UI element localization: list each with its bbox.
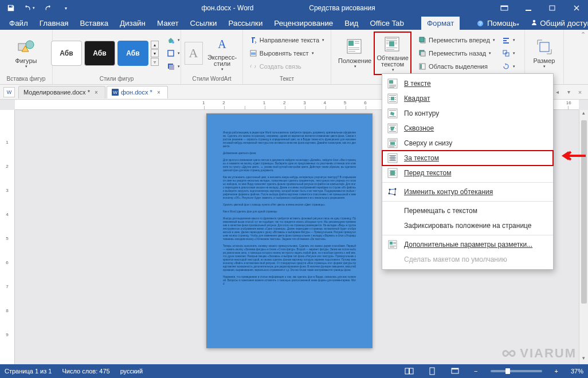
scroll-up-button[interactable]: ▴ xyxy=(582,110,585,119)
shape-outline-button[interactable]: ▾ xyxy=(164,47,182,60)
shape-effects-button[interactable]: ▾ xyxy=(164,60,182,73)
blank-icon-2 xyxy=(387,254,398,265)
tab-view[interactable]: Вид xyxy=(339,17,364,30)
menu-item-through[interactable]: Сквозное xyxy=(382,121,553,136)
qat-customize-button[interactable]: ▾ xyxy=(58,2,73,14)
shape-style-2[interactable]: Абв xyxy=(84,41,115,66)
menu-item-square[interactable]: Квадрат xyxy=(382,91,553,106)
rotate-button[interactable]: ▾ xyxy=(500,60,518,73)
document-tab-2[interactable]: W фон.docx * × xyxy=(107,86,168,99)
tab-format[interactable]: Формат xyxy=(421,17,460,30)
zoom-slider[interactable] xyxy=(491,370,542,372)
wordart-quick-styles-button[interactable]: A Экспресс-стили▾ xyxy=(205,33,240,73)
zoom-out-button[interactable]: − xyxy=(472,368,480,375)
svg-point-90 xyxy=(389,193,390,195)
menu-item-fix-position[interactable]: Зафиксировать положение на странице xyxy=(382,218,553,233)
gallery-scroll-down[interactable]: ▾ xyxy=(151,49,159,57)
svg-rect-20 xyxy=(348,48,359,48)
svg-rect-44 xyxy=(540,42,549,52)
view-web-button[interactable] xyxy=(449,366,461,376)
title-bar: ▾ ▾ фон.docx - Word Средства рисования xyxy=(0,0,588,16)
view-print-button[interactable] xyxy=(426,366,438,376)
zoom-value[interactable]: 37% xyxy=(571,368,583,375)
tab-references[interactable]: Ссылки xyxy=(185,17,223,30)
size-button[interactable]: Размер▾ xyxy=(528,33,561,73)
tab-mailings[interactable]: Рассылки xyxy=(223,17,269,30)
svg-rect-84 xyxy=(389,175,396,176)
tab-home[interactable]: Главная xyxy=(34,17,75,30)
menu-item-move-with-text[interactable]: Перемещать с текстом xyxy=(382,203,553,218)
menu-item-tight[interactable]: По контуру xyxy=(382,106,553,121)
view-read-button[interactable] xyxy=(403,366,415,376)
svg-rect-22 xyxy=(348,51,355,52)
tab-design[interactable]: Дизайн xyxy=(114,17,151,30)
shapes-gallery-button[interactable]: Фигуры▾ xyxy=(10,33,43,73)
vertical-ruler[interactable]: 123456789 xyxy=(0,110,15,364)
page[interactable]: Иногда работающему в редакторе Word поль… xyxy=(206,113,373,348)
doc-tab-1-close[interactable]: × xyxy=(92,88,100,96)
svg-rect-70 xyxy=(389,140,396,140)
minimize-button[interactable] xyxy=(517,0,540,16)
menu-item-topbottom[interactable]: Сверху и снизу xyxy=(382,136,553,151)
tab-help[interactable]: ? Помощь▾ xyxy=(471,17,525,30)
shape-styles-gallery[interactable]: Абв Абв Абв ▴ ▾ ▿ xyxy=(51,41,159,66)
scroll-down-button[interactable]: ▾ xyxy=(582,355,585,364)
shape-style-3[interactable]: Абв xyxy=(117,41,148,66)
wordart-sample[interactable]: A xyxy=(185,42,203,65)
bring-forward-button[interactable]: Переместить вперед▾ xyxy=(416,34,497,46)
group-text-label: Текст xyxy=(280,76,294,83)
redo-button[interactable] xyxy=(40,2,55,14)
shape-fill-button[interactable]: ▾ xyxy=(164,34,182,46)
align-button[interactable]: ▾ xyxy=(500,34,518,46)
text-direction-button[interactable]: Направление текста▾ xyxy=(247,34,327,46)
size-icon xyxy=(535,38,554,56)
status-page[interactable]: Страница 1 из 1 xyxy=(5,368,52,375)
share-button[interactable]: Общий доступ xyxy=(525,17,588,30)
undo-button[interactable]: ▾ xyxy=(22,2,37,14)
selection-pane-button[interactable]: Область выделения xyxy=(416,60,497,73)
tab-officetab[interactable]: Office Tab xyxy=(364,17,410,30)
send-backward-button[interactable]: Переместить назад▾ xyxy=(416,47,497,60)
tab-file[interactable]: Файл xyxy=(3,17,34,30)
more-icon xyxy=(387,239,398,250)
save-button[interactable] xyxy=(3,2,18,14)
shape-style-1[interactable]: Абв xyxy=(51,41,82,66)
collapse-ribbon-button[interactable]: ⌃ xyxy=(581,31,586,38)
gallery-scroll-up[interactable]: ▴ xyxy=(151,41,159,49)
status-words[interactable]: Число слов: 475 xyxy=(62,368,109,375)
document-tab-1[interactable]: Моделирование.docx * × xyxy=(18,86,105,99)
menu-item-behind[interactable]: За текстом xyxy=(382,151,553,166)
vertical-scrollbar[interactable]: ▴ ▾ xyxy=(579,110,588,364)
position-button[interactable]: Положение▾ xyxy=(338,33,371,73)
group-button[interactable]: ▾ xyxy=(500,47,518,60)
close-button[interactable] xyxy=(565,0,588,16)
svg-rect-27 xyxy=(386,42,389,42)
zoom-in-button[interactable]: + xyxy=(552,368,560,375)
doc-tab-2-close[interactable]: × xyxy=(155,88,163,96)
svg-rect-81 xyxy=(389,170,396,171)
create-link-button[interactable]: Создать связь xyxy=(247,60,327,73)
tab-layout[interactable]: Макет xyxy=(151,17,185,30)
align-text-button[interactable]: Выровнять текст▾ xyxy=(247,47,327,60)
tab-insert[interactable]: Вставка xyxy=(75,17,115,30)
svg-rect-52 xyxy=(389,95,396,96)
edit-points-icon xyxy=(387,186,398,198)
svg-rect-95 xyxy=(390,246,396,246)
gallery-expand[interactable]: ▿ xyxy=(151,58,159,66)
status-lang[interactable]: русский xyxy=(120,368,143,375)
svg-point-9 xyxy=(172,41,174,44)
menu-item-set-default: Сделать макетом по умолчанию xyxy=(382,252,553,267)
wrap-text-button[interactable]: Обтекание текстом▾ xyxy=(376,34,409,74)
ribbon-display-button[interactable] xyxy=(493,0,516,16)
doc-app-icon[interactable]: W xyxy=(3,87,15,97)
doctabs-menu[interactable]: ▾ xyxy=(564,88,573,97)
maximize-button[interactable] xyxy=(541,0,564,16)
scroll-thumb[interactable] xyxy=(581,120,587,304)
menu-item-front[interactable]: Перед текстом xyxy=(382,166,553,180)
menu-item-more-layout[interactable]: Дополнительные параметры разметки... xyxy=(382,237,553,252)
menu-item-inline[interactable]: В тексте xyxy=(382,76,553,91)
menu-item-edit-wrap-points[interactable]: Изменить контур обтекания xyxy=(382,184,553,199)
tab-review[interactable]: Рецензирование xyxy=(268,17,339,30)
doctabs-close-all[interactable]: × xyxy=(575,88,585,97)
doctabs-prev[interactable]: ◂ xyxy=(552,88,562,97)
